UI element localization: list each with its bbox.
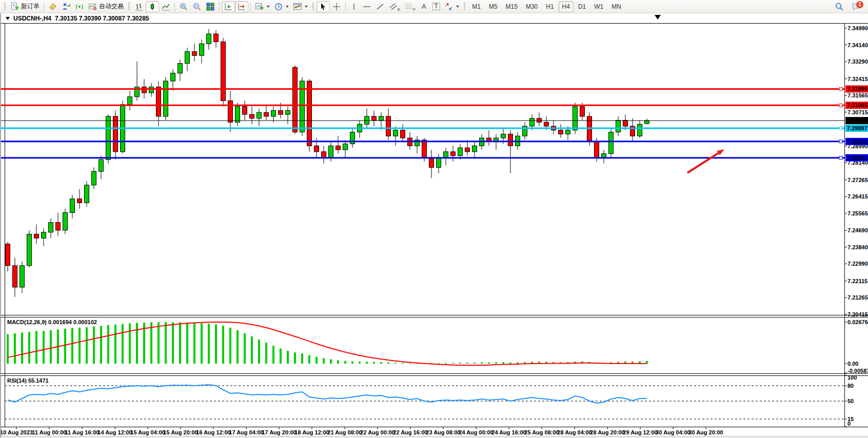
vertical-line-icon (350, 2, 358, 11)
toolbar-grip (128, 3, 130, 11)
notifications-button[interactable]: 1 (850, 1, 862, 12)
auto-scroll-button[interactable] (222, 1, 235, 12)
horizontal-line-icon (362, 2, 371, 11)
price-badge-7.31896: 7.31896 (845, 85, 868, 92)
candle-body (336, 146, 341, 150)
candle-body (386, 116, 391, 136)
autotrading-label: 自动交易 (99, 2, 124, 11)
text-label-tool-icon: T (432, 3, 440, 10)
candle-body (314, 146, 319, 151)
candle-body (49, 223, 53, 232)
svg-text:7.30285: 7.30285 (847, 117, 867, 124)
candle-body (587, 116, 592, 142)
candle-body (34, 234, 39, 238)
clock-icon (274, 2, 283, 11)
timeframe-button-m5[interactable]: M5 (485, 1, 501, 12)
timeframe-button-m30[interactable]: M30 (522, 1, 541, 12)
candle-body (322, 152, 326, 157)
equidistant-channel-tool-button[interactable]: E (387, 1, 402, 12)
price-chart[interactable]: 7.349907.341407.332907.324157.315657.307… (1, 24, 868, 438)
new-order-label: 新订单 (21, 2, 40, 11)
candle-body (42, 232, 46, 238)
timeframe-button-mn[interactable]: MN (608, 1, 625, 12)
new-order-button[interactable]: 新订单 (8, 1, 42, 12)
timeframe-button-h1[interactable]: H1 (542, 1, 557, 12)
price-tick-label: 7.32415 (847, 76, 868, 82)
new-order-icon (10, 2, 19, 11)
candle-body (329, 146, 333, 157)
time-tick-label: 25 Aug 08:00 (524, 429, 559, 435)
auto-scroll-icon (224, 2, 233, 11)
chart-shift-marker[interactable] (655, 15, 661, 19)
price-tick-label: 7.25565 (847, 210, 868, 216)
time-tick-label: 21 Aug 08:00 (327, 429, 362, 435)
time-tick-label: 17 Aug 04:00 (229, 429, 263, 435)
time-tick-label: 11 Aug 00:00 (32, 429, 67, 435)
price-badge-7.31065: 7.31065 (845, 102, 868, 109)
trendline-tool-button[interactable] (373, 1, 387, 12)
signals-button[interactable] (73, 1, 86, 12)
rsi-axis-label: 50 (847, 398, 854, 404)
signal-broadcast-icon (75, 2, 84, 11)
price-tick-label: 7.23840 (847, 244, 868, 250)
symbol-dropdown-icon[interactable] (6, 17, 10, 20)
chevron-down-icon (305, 6, 308, 8)
timeframe-button-m15[interactable]: M15 (502, 1, 521, 12)
candle-body (508, 134, 513, 146)
candle-body (379, 116, 384, 121)
chart-window: USDCNH-,H4 7.30135 7.30390 7.30087 7.302… (0, 13, 868, 438)
timeframe-button-w1[interactable]: W1 (590, 1, 607, 12)
autotrading-button[interactable]: 自动交易 (86, 1, 126, 12)
candle-body (559, 130, 563, 134)
candle-body (365, 116, 369, 124)
zoom-out-button[interactable] (190, 1, 204, 12)
price-tick-label: 7.22990 (847, 261, 868, 267)
candle-body (99, 160, 104, 171)
candle-body (429, 157, 434, 167)
search-button[interactable] (833, 1, 846, 12)
market-watch-button[interactable] (46, 1, 60, 12)
arrows-tool-button[interactable] (442, 1, 461, 12)
candle-body (530, 118, 535, 126)
chart-symbol-period: USDCNH-,H4 (13, 15, 51, 22)
toolbar-separator (44, 2, 44, 11)
svg-text:7.29222: 7.29222 (847, 138, 867, 145)
time-tick-label: 23 Aug 08:00 (426, 429, 460, 435)
new-chart-button[interactable] (253, 1, 272, 12)
time-tick-label: 17 Aug 20:00 (262, 429, 296, 435)
time-tick-label: 24 Aug 16:00 (491, 429, 526, 435)
price-tick-label: 7.27265 (847, 177, 868, 183)
rsi-axis-label: 0 (847, 421, 851, 427)
candle-body (472, 146, 477, 151)
candle-body (616, 121, 621, 132)
time-tick-label: 16 Aug 12:00 (196, 429, 230, 435)
vertical-line-tool-button[interactable] (348, 1, 360, 12)
timeframe-button-d1[interactable]: D1 (575, 1, 589, 12)
ohlc-bars-icon (134, 2, 144, 11)
cursor-tool-button[interactable] (317, 1, 330, 12)
timeframe-button-h4[interactable]: H4 (559, 1, 574, 12)
text-tool-button[interactable]: A (418, 1, 430, 12)
fibonacci-tool-button[interactable]: F (402, 1, 418, 12)
tile-windows-icon (206, 2, 215, 11)
line-chart-mode-button[interactable] (159, 1, 172, 12)
tile-windows-button[interactable] (204, 1, 217, 12)
current-price-badge: 7.30285 (845, 117, 868, 124)
chart-shift-button[interactable] (235, 1, 248, 12)
timeframe-button-m1[interactable]: M1 (468, 1, 484, 12)
template-button[interactable] (291, 1, 310, 12)
candle-body (645, 121, 649, 124)
candlestick-mode-button[interactable] (146, 1, 159, 12)
candle-body (56, 223, 61, 230)
strategy-tester-button[interactable] (60, 1, 73, 12)
horizontal-line-tool-button[interactable] (360, 1, 373, 12)
crosshair-tool-button[interactable] (330, 1, 343, 12)
candle-body (156, 87, 161, 116)
bar-chart-mode-button[interactable] (132, 1, 146, 12)
channel-sub-label: E (398, 7, 400, 12)
candle-body (271, 110, 276, 116)
text-label-tool-button[interactable]: T (430, 1, 442, 12)
time-tick-label: 15 Aug 04:00 (130, 429, 165, 435)
period-button[interactable] (272, 1, 291, 12)
zoom-in-button[interactable] (177, 1, 190, 12)
